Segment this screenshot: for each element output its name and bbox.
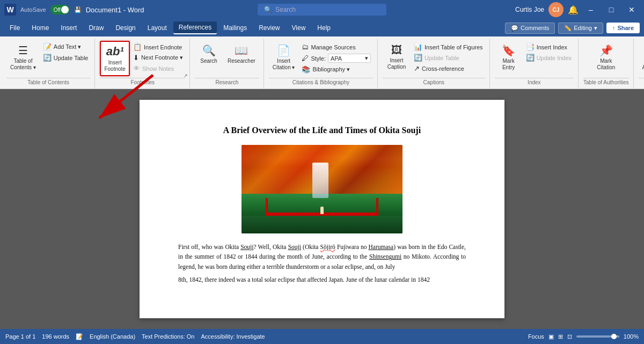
language: English (Canada)	[90, 333, 135, 340]
footnote-icon: ab¹	[106, 45, 124, 58]
insert-citation-button[interactable]: 📄 InsertCitation ▾	[269, 41, 299, 74]
insights-group-label: Insights	[639, 78, 644, 86]
menu-design[interactable]: Design	[110, 22, 141, 34]
update-table-button[interactable]: 🔄 Update Table	[41, 53, 91, 63]
citations-group-label: Citations & Bibliography	[269, 78, 373, 86]
close-button[interactable]: ✕	[624, 0, 640, 19]
style-select[interactable]: APA▾	[328, 54, 371, 63]
table-of-contents-button[interactable]: ☰ Table ofContents ▾	[6, 41, 40, 74]
researcher-icon: 📖	[235, 44, 248, 57]
update-index-button: 🔄 Update Index	[524, 53, 574, 63]
page-info: Page 1 of 1	[5, 333, 35, 340]
ribbon-group-captions: 🖼 InsertCaption 📊 Insert Table of Figure…	[378, 39, 490, 89]
menu-draw[interactable]: Draw	[83, 22, 109, 34]
focus-button[interactable]: Focus	[528, 333, 544, 340]
insert-caption-button[interactable]: 🖼 InsertCaption	[383, 41, 411, 74]
style-dropdown-icon: ▾	[365, 55, 368, 62]
next-footnote-button[interactable]: ⬇ Next Footnote ▾	[131, 53, 185, 63]
footnotes-group-label: Footnotes	[100, 78, 185, 86]
ribbon-group-insights: ABC? Acronyms Insights ∧	[634, 39, 644, 89]
insights-items: ABC? Acronyms	[639, 41, 644, 78]
endnote-icon: 📋	[133, 43, 142, 51]
next-footnote-icon: ⬇	[133, 54, 139, 62]
bibliography-button[interactable]: 📚 Bibliography ▾	[299, 64, 373, 75]
autosave-toggle[interactable]: Off	[50, 5, 70, 14]
avatar: CJ	[548, 2, 564, 17]
captions-group-label: Captions	[383, 78, 485, 86]
manage-sources-icon: 🗂	[302, 43, 309, 51]
insert-footnote-button[interactable]: ab¹ InsertFootnote	[100, 41, 129, 76]
share-icon: ↑	[612, 25, 616, 31]
save-icon: 💾	[74, 6, 82, 13]
view-icon-1[interactable]: ▣	[548, 333, 554, 340]
text-predictions: Text Predictions: On	[142, 333, 194, 340]
menu-help[interactable]: Help	[312, 22, 336, 34]
mark-citation-button[interactable]: 📌 MarkCitation	[592, 41, 620, 74]
toc-items: ☰ Table ofContents ▾ 📝 Add Text ▾ 🔄 Upda…	[6, 41, 90, 78]
index-small-btns: 📑 Insert Index 🔄 Update Index	[524, 41, 574, 63]
souji-link-1: Souji	[240, 244, 253, 250]
menu-review[interactable]: Review	[253, 22, 285, 34]
view-icon-3[interactable]: ⊡	[567, 333, 572, 340]
index-items: 🔖 MarkEntry 📑 Insert Index 🔄 Update Inde…	[495, 41, 574, 78]
document-title-bar: Document1 - Word	[86, 6, 144, 14]
word-count: 196 words	[42, 333, 69, 340]
style-button[interactable]: 🖊 Style: APA▾	[299, 53, 373, 64]
title-bar-right: Curtis Joe CJ 🔔 – □ ✕	[428, 0, 640, 19]
view-icon-2[interactable]: ⊞	[558, 333, 563, 340]
zoom-slider[interactable]	[576, 335, 619, 338]
menu-mailings[interactable]: Mailings	[218, 22, 252, 34]
insert-table-figures-button[interactable]: 📊 Insert Table of Figures	[412, 42, 485, 52]
footnotes-small-btns: 📋 Insert Endnote ⬇ Next Footnote ▾ 👁 Sho…	[131, 41, 185, 74]
manage-sources-button[interactable]: 🗂 Manage Sources	[299, 42, 373, 52]
body-paragraph-2: 8th, 1842, there indeed was a total sola…	[178, 275, 466, 284]
pencil-icon: ✏️	[564, 25, 572, 32]
search-icon: 🔍	[264, 6, 272, 13]
restore-button[interactable]: □	[603, 0, 619, 19]
sojiro-link: Sōjirō	[320, 244, 335, 250]
title-bar: W AutoSave Off 💾 Document1 - Word 🔍 Curt…	[0, 0, 644, 19]
comments-button[interactable]: 💬 Comments	[505, 23, 555, 34]
menu-file[interactable]: File	[4, 22, 25, 34]
menu-view[interactable]: View	[287, 22, 311, 34]
search-button[interactable]: 🔍 Search	[195, 41, 223, 68]
researcher-button[interactable]: 📖 Researcher	[224, 41, 259, 68]
mark-entry-button[interactable]: 🔖 MarkEntry	[495, 41, 523, 74]
document-image	[241, 145, 402, 233]
menu-home[interactable]: Home	[26, 22, 54, 34]
editing-button[interactable]: ✏️ Editing ▾	[558, 23, 603, 34]
menu-bar: File Home Insert Draw Design Layout Refe…	[0, 19, 644, 36]
insert-endnote-button[interactable]: 📋 Insert Endnote	[131, 42, 185, 52]
footnotes-expand-button[interactable]: ↗	[183, 72, 188, 79]
menu-insert[interactable]: Insert	[55, 22, 82, 34]
search-ribbon-icon: 🔍	[202, 44, 216, 57]
minimize-button[interactable]: –	[583, 0, 599, 19]
harumasa-link: Harumasa	[369, 244, 394, 250]
notifications-icon[interactable]: 🔔	[568, 5, 579, 15]
comments-icon: 💬	[511, 25, 518, 32]
search-box[interactable]: 🔍	[258, 4, 386, 16]
shinsengumi-link: Shinsengumi	[369, 253, 401, 260]
toc-small-btns: 📝 Add Text ▾ 🔄 Update Table	[41, 41, 91, 63]
search-input[interactable]	[275, 6, 372, 13]
share-button[interactable]: ↑ Share	[606, 23, 640, 33]
update-table-cap-button: 🔄 Update Table	[412, 53, 485, 63]
document-heading: A Brief Overview of the Life and Times o…	[178, 126, 466, 135]
spell-check-icon: 📝	[76, 333, 83, 340]
menu-references[interactable]: References	[173, 21, 217, 34]
title-bar-left: W AutoSave Off 💾 Document1 - Word	[4, 4, 216, 16]
insert-index-icon: 📑	[526, 43, 535, 51]
ribbon-group-research: 🔍 Search 📖 Researcher Research	[191, 39, 264, 89]
citations-small-btns: 🗂 Manage Sources 🖊 Style: APA▾ 📚 Bibliog…	[299, 41, 373, 75]
cross-reference-button[interactable]: ↗ Cross-reference	[412, 63, 485, 74]
authorities-group-label: Table of Authorities	[583, 78, 629, 86]
souji-link-2: Souji	[288, 244, 301, 250]
toc-icon: ☰	[18, 44, 28, 57]
toggle-knob	[61, 6, 69, 13]
menu-layout[interactable]: Layout	[142, 22, 172, 34]
acronyms-button[interactable]: ABC? Acronyms	[639, 41, 644, 74]
ribbon-group-authorities: 📌 MarkCitation Table of Authorities	[579, 39, 634, 89]
add-text-button[interactable]: 📝 Add Text ▾	[41, 42, 91, 52]
toc-group-label: Table of Contents	[6, 78, 90, 86]
insert-index-button[interactable]: 📑 Insert Index	[524, 42, 574, 52]
